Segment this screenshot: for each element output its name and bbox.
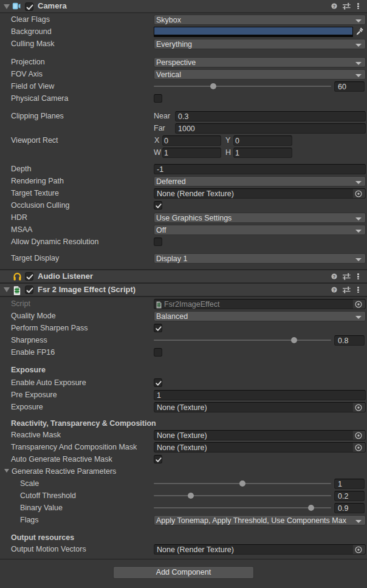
svg-text:?: ?: [333, 274, 336, 279]
svg-text:?: ?: [333, 4, 336, 9]
svg-text:?: ?: [333, 287, 336, 293]
